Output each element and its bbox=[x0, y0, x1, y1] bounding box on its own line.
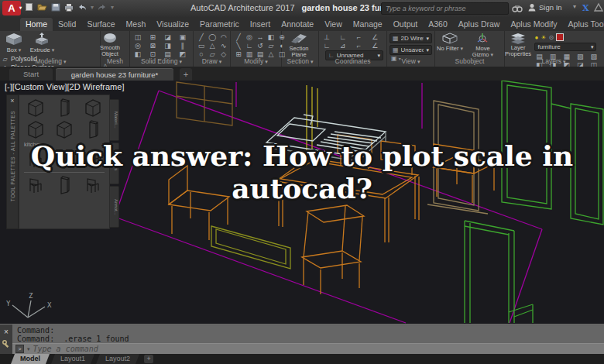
panel-label-modeling[interactable]: Modeling bbox=[2, 57, 100, 66]
layer-freeze-sun-icon[interactable]: ☀ bbox=[541, 34, 546, 41]
ribbon-tab-output[interactable]: Output bbox=[388, 18, 424, 31]
palette-tool-cabinet-icon[interactable] bbox=[26, 98, 45, 118]
tool-icon[interactable]: ∟ bbox=[245, 42, 254, 50]
file-tab-start[interactable]: Start bbox=[9, 68, 53, 81]
tool-icon[interactable]: ∟ bbox=[322, 42, 331, 50]
search-input[interactable]: Type a keyword or phrase bbox=[381, 2, 509, 15]
plot-icon[interactable] bbox=[64, 3, 74, 12]
tool-icon[interactable]: ◪ bbox=[163, 33, 173, 41]
ribbon-tab-visualize[interactable]: Visualize bbox=[151, 18, 194, 31]
tool-icon[interactable]: ▱ bbox=[266, 42, 276, 50]
tool-icon[interactable]: ◠ bbox=[219, 33, 228, 41]
section-plane-button[interactable]: Section Plane bbox=[282, 31, 316, 58]
panel-label-coordinates[interactable]: Coordinates bbox=[319, 57, 386, 66]
tool-icon[interactable]: ∠ bbox=[370, 42, 379, 50]
ribbon-tab-mesh[interactable]: Mesh bbox=[121, 18, 152, 31]
file-tab-drawing[interactable]: garden house 23 furniture* bbox=[56, 68, 173, 81]
command-history[interactable]: Command: Command: _.erase 1 found bbox=[12, 325, 604, 344]
layer-lock-icon[interactable]: ⊙ bbox=[548, 34, 554, 41]
tool-icon[interactable]: ⊥ bbox=[322, 33, 331, 41]
undo-caret-icon[interactable]: ▾ bbox=[91, 4, 94, 11]
ribbon-tab-parametric[interactable]: Parametric bbox=[194, 18, 245, 31]
tool-palette-close-icon[interactable]: × bbox=[10, 97, 14, 105]
smooth-object-button[interactable]: Smooth Object bbox=[101, 31, 119, 57]
command-customize-wrench-icon[interactable] bbox=[2, 340, 10, 348]
layout-tab-layout2[interactable]: Layout2 bbox=[96, 354, 139, 364]
ribbon-tab-a360[interactable]: A360 bbox=[423, 18, 453, 31]
layer-combo[interactable]: furniture ▾ bbox=[534, 43, 596, 51]
tool-icon[interactable]: ▣ bbox=[178, 33, 187, 41]
ribbon-tab-aplus-draw[interactable]: Aplus Draw bbox=[453, 18, 506, 31]
palette-tool-tall-cabinet-icon[interactable] bbox=[55, 98, 74, 118]
tool-icon[interactable]: △ bbox=[208, 42, 217, 50]
command-input[interactable]: > ▾ Type a command bbox=[12, 343, 604, 354]
tool-icon[interactable]: ◫ bbox=[133, 33, 142, 41]
search-binoculars-icon[interactable] bbox=[512, 4, 523, 13]
tool-icon[interactable]: ⊠ bbox=[148, 42, 157, 50]
viewport-controls[interactable]: [-][Custom View][2D Wireframe] bbox=[5, 82, 124, 91]
tool-icon[interactable]: ⊿ bbox=[338, 42, 348, 50]
ribbon-tab-surface[interactable]: Surface bbox=[81, 18, 120, 31]
panel-label-mesh[interactable]: Mesh bbox=[101, 57, 129, 66]
exchange-apps-icon[interactable]: X bbox=[582, 3, 589, 13]
visual-style-combo[interactable]: 2D Wireframe ▾ bbox=[390, 33, 432, 43]
new-drawing-tab-button[interactable]: + bbox=[180, 68, 192, 81]
panel-label-solid-editing[interactable]: Solid Editing bbox=[130, 57, 193, 66]
layout-tab-layout1[interactable]: Layout1 bbox=[51, 354, 94, 364]
panel-label-modify[interactable]: Modify bbox=[231, 57, 281, 66]
command-panel-grip[interactable]: × bbox=[0, 325, 12, 355]
panel-label-layers[interactable]: Layers bbox=[505, 57, 602, 66]
named-view-combo[interactable]: Unsaved View ▾ bbox=[390, 45, 432, 55]
extrude-button[interactable]: Extrude bbox=[29, 31, 54, 53]
panel-label-draw[interactable]: Draw bbox=[194, 57, 230, 66]
connect-icon[interactable] bbox=[594, 3, 603, 12]
ribbon-tab-aplus-tools[interactable]: Aplus Tools bbox=[563, 18, 604, 31]
tool-icon[interactable]: ∠ bbox=[370, 33, 379, 41]
palette-tool-cabinet-icon[interactable] bbox=[26, 119, 45, 139]
undo-icon[interactable] bbox=[77, 3, 87, 12]
tool-icon[interactable]: ∟ bbox=[338, 33, 348, 41]
ribbon-tab-aplus-modify[interactable]: Aplus Modify bbox=[505, 18, 562, 31]
sign-in-button[interactable]: Sign In bbox=[528, 3, 562, 12]
ribbon-tab-home[interactable]: Home bbox=[20, 18, 53, 31]
tool-icon[interactable]: ╱ bbox=[234, 33, 243, 41]
command-close-icon[interactable]: × bbox=[4, 329, 9, 335]
search-arrow-icon[interactable]: ▸ bbox=[375, 5, 378, 12]
layer-properties-button[interactable]: Layer Properties bbox=[505, 31, 531, 57]
panel-label-view[interactable]: View bbox=[387, 57, 434, 66]
tool-icon[interactable]: ◎ bbox=[133, 42, 142, 50]
ribbon-tab-manage[interactable]: Manage bbox=[348, 18, 388, 31]
tool-icon[interactable]: ◎ bbox=[245, 33, 254, 41]
open-file-icon[interactable] bbox=[37, 3, 47, 12]
layer-color-swatch[interactable] bbox=[556, 33, 564, 41]
tool-icon[interactable]: ⊞ bbox=[148, 33, 157, 41]
box-button[interactable]: Box bbox=[2, 31, 26, 53]
save-icon[interactable] bbox=[51, 3, 60, 12]
tool-icon[interactable]: ∥ bbox=[178, 42, 187, 50]
ribbon-tab-view[interactable]: View bbox=[319, 18, 348, 31]
qat-caret-icon[interactable]: ▾ bbox=[111, 4, 114, 11]
redo-icon[interactable] bbox=[98, 3, 107, 12]
tool-icon[interactable]: ◨ bbox=[163, 42, 173, 50]
palette-tool-cabinet-icon[interactable] bbox=[84, 98, 102, 118]
signin-caret-icon[interactable]: ▾ bbox=[573, 3, 576, 10]
tool-icon[interactable]: ◯ bbox=[208, 33, 217, 41]
tool-icon[interactable]: ∿ bbox=[219, 42, 228, 50]
palette-tool-tall-cabinet-icon[interactable] bbox=[84, 119, 102, 139]
ribbon-tab-annotate[interactable]: Annotate bbox=[276, 18, 319, 31]
layout-tab-model[interactable]: Model bbox=[11, 354, 50, 364]
app-menu-button[interactable]: A▾ bbox=[2, 1, 21, 15]
no-filter-button[interactable]: No Filter bbox=[435, 31, 465, 52]
panel-label-subobject[interactable]: Subobject bbox=[435, 57, 504, 66]
tool-icon[interactable]: ⌐ bbox=[355, 42, 364, 50]
command-input-caret-icon[interactable]: ▾ bbox=[27, 346, 30, 352]
palette-tab-materials[interactable]: Materi... bbox=[110, 99, 119, 141]
palette-tool-cabinet-icon[interactable] bbox=[55, 119, 74, 139]
ribbon-tab-solid[interactable]: Solid bbox=[53, 18, 81, 31]
panel-label-section[interactable]: Section bbox=[282, 57, 318, 66]
tool-icon[interactable]: ⌐ bbox=[355, 33, 364, 41]
tool-icon[interactable]: ▭ bbox=[197, 42, 206, 50]
new-layout-button[interactable]: + bbox=[144, 355, 153, 363]
move-gizmo-button[interactable]: Move Gizmo bbox=[468, 31, 497, 58]
layer-on-bulb-icon[interactable]: ● bbox=[534, 34, 538, 41]
